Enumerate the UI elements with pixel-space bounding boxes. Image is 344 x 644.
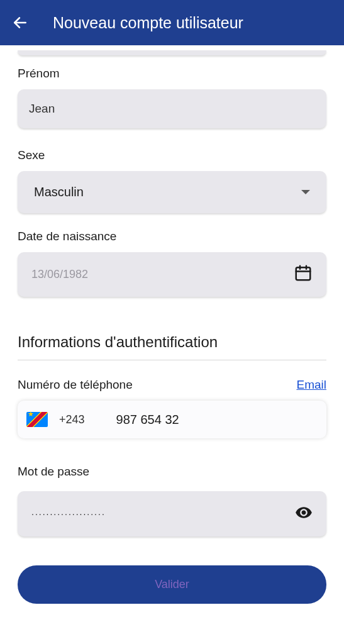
phone-label-row: Numéro de téléphone Email	[18, 378, 326, 392]
form-content: Prénom Sexe Masculin Date de naissance 1…	[0, 45, 344, 604]
svg-rect-1	[296, 267, 311, 280]
phone-number-value: 987 654 32	[116, 413, 179, 427]
gender-label: Sexe	[18, 148, 326, 162]
section-divider	[18, 360, 326, 360]
dob-input[interactable]: 13/06/1982	[18, 252, 326, 297]
eye-icon[interactable]	[295, 504, 313, 524]
password-masked-value: ····················	[31, 509, 106, 519]
email-link[interactable]: Email	[296, 378, 326, 392]
app-header: Nouveau compte utilisateur	[0, 0, 344, 45]
dob-label: Date de naissance	[18, 230, 326, 243]
dob-placeholder: 13/06/1982	[31, 268, 88, 281]
firstname-label: Prénom	[18, 67, 326, 80]
back-arrow-icon[interactable]	[11, 14, 29, 31]
gender-select[interactable]: Masculin	[18, 171, 326, 213]
page-title: Nouveau compte utilisateur	[53, 14, 243, 32]
auth-section-title: Informations d'authentification	[18, 333, 326, 351]
firstname-input[interactable]	[18, 89, 326, 128]
calendar-icon	[294, 264, 313, 286]
password-label: Mot de passe	[18, 465, 326, 479]
gender-value: Masculin	[34, 185, 84, 199]
phone-input[interactable]: +243 987 654 32	[18, 401, 326, 438]
country-flag-icon[interactable]	[26, 412, 48, 427]
chevron-down-icon	[301, 190, 310, 194]
phone-label: Numéro de téléphone	[18, 378, 133, 392]
country-code: +243	[59, 413, 85, 426]
submit-button[interactable]: Valider	[18, 565, 326, 604]
previous-field-edge	[18, 50, 326, 55]
password-input[interactable]: ····················	[18, 491, 326, 536]
